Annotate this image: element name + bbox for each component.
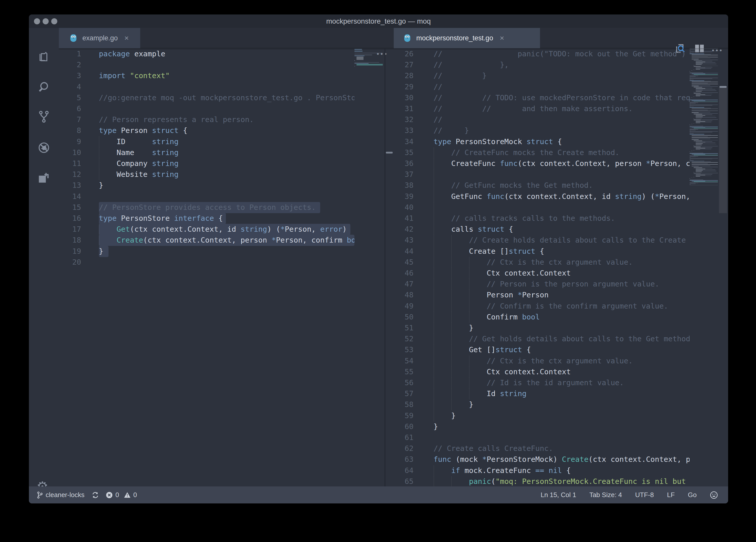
minimap-left[interactable] (354, 48, 384, 486)
line-numbers-left: 1234567891011121314151617181920 (59, 48, 85, 486)
git-branch-status[interactable]: cleaner-locks (37, 491, 84, 499)
source-control-icon[interactable] (37, 110, 50, 123)
feedback-smiley-icon[interactable] (710, 491, 718, 499)
sync-button[interactable] (92, 491, 99, 499)
tab-mockpersonstore-test-go[interactable]: mockpersonstore_test.go × (394, 28, 540, 48)
line-numbers-right: 2627282930313233343536373839404142434445… (385, 48, 417, 486)
status-bar: cleaner-locks 0 0 (29, 486, 728, 503)
encoding-indicator[interactable]: UTF-8 (635, 491, 654, 499)
warning-count: 0 (133, 491, 137, 499)
window-title: mockpersonstore_test.go — moq (29, 14, 728, 28)
go-file-icon (404, 34, 411, 42)
cursor-position[interactable]: Ln 15, Col 1 (541, 491, 576, 499)
branch-icon (37, 491, 43, 499)
tab-size-indicator[interactable]: Tab Size: 4 (589, 491, 622, 499)
editor-group-separator[interactable] (385, 48, 385, 486)
tab-bar (59, 28, 728, 48)
explorer-icon[interactable] (37, 49, 50, 62)
extensions-icon[interactable] (37, 171, 50, 184)
editor-area: 1234567891011121314151617181920 package … (59, 48, 728, 486)
error-icon (106, 492, 113, 499)
sync-icon (92, 491, 99, 499)
debug-icon[interactable] (37, 141, 50, 154)
code-right[interactable]: // panic("TODO: mock out the Get method"… (434, 48, 690, 486)
vscode-window: mockpersonstore_test.go — moq (29, 14, 728, 503)
close-tab-icon[interactable]: × (500, 34, 504, 42)
branch-name: cleaner-locks (46, 491, 84, 499)
tab-example-go[interactable]: example.go × (59, 28, 140, 48)
overview-ruler-marker (719, 86, 727, 88)
titlebar[interactable]: mockpersonstore_test.go — moq (29, 14, 728, 28)
tab-label: example.go (82, 34, 118, 42)
eol-indicator[interactable]: LF (667, 491, 675, 499)
go-file-icon (70, 34, 77, 42)
code-left[interactable]: package exampleimport "context"//go:gene… (99, 48, 354, 486)
close-tab-icon[interactable]: × (124, 34, 129, 42)
minimap-right[interactable] (690, 48, 719, 486)
activity-bar: ⚙ (29, 28, 59, 486)
scrollbar-right[interactable] (719, 48, 727, 486)
problems-status[interactable]: 0 0 (106, 491, 137, 499)
search-icon[interactable] (37, 80, 50, 93)
language-mode[interactable]: Go (688, 491, 697, 499)
error-count: 0 (115, 491, 119, 499)
warning-icon (124, 492, 131, 499)
tab-label: mockpersonstore_test.go (416, 34, 493, 42)
